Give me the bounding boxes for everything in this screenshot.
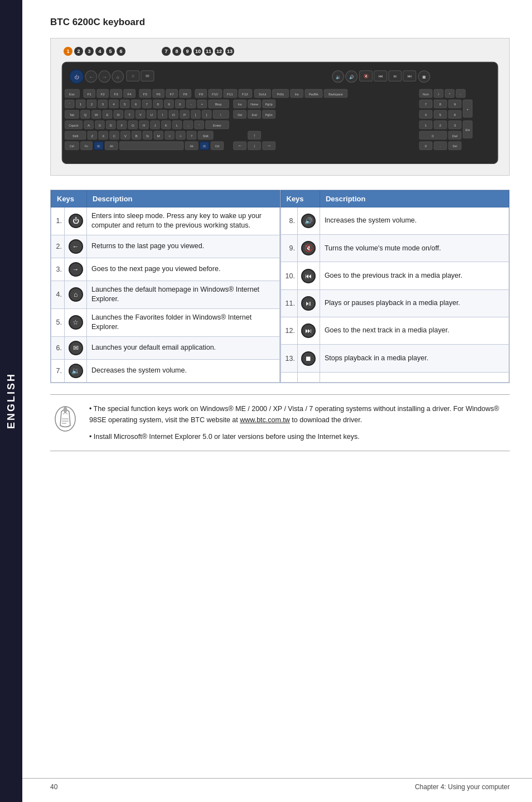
row-num: 1. — [51, 207, 65, 235]
sidebar-label: ENGLISH — [6, 373, 17, 429]
svg-text:0: 0 — [425, 144, 427, 148]
num-badge-13: 13 — [225, 47, 234, 56]
row-num: 10. — [280, 262, 297, 289]
svg-text:F6: F6 — [157, 92, 161, 96]
svg-text:?: ? — [191, 134, 193, 138]
svg-text:🔊: 🔊 — [349, 75, 355, 80]
row-num: 4. — [51, 281, 65, 308]
svg-text:⌂: ⌂ — [117, 74, 119, 80]
svg-text:Backspace: Backspace — [328, 93, 343, 96]
svg-text:B: B — [136, 134, 138, 138]
num-badge-3: 3 — [85, 47, 94, 56]
table-row: 8. 🔊 Increases the system volume. — [280, 207, 509, 234]
page-title: BTC 6200C keyboard — [50, 17, 510, 28]
svg-text:L: L — [176, 123, 178, 127]
svg-text:Shift: Shift — [202, 134, 209, 138]
svg-text:PgUp: PgUp — [265, 103, 273, 106]
svg-text:5: 5 — [124, 102, 126, 106]
table-row: 9. 🔇 Turns the volume's mute mode on/off… — [280, 235, 509, 262]
row-num: 12. — [280, 317, 297, 345]
row-desc: Turns the volume's mute mode on/off. — [320, 235, 509, 262]
svg-text:Del: Del — [238, 113, 242, 117]
svg-text:→: → — [267, 143, 271, 148]
svg-text:Fn: Fn — [85, 144, 88, 148]
row-icon: 🔇 — [297, 235, 320, 262]
footer: 40 Chapter 4: Using your computer — [22, 778, 532, 791]
svg-text:PrtSc: PrtSc — [277, 93, 284, 96]
row-icon: ⏭ — [297, 317, 320, 345]
row-desc: Goes to the previous track in a media pl… — [320, 262, 509, 289]
svg-text:7: 7 — [146, 102, 148, 106]
svg-text:Q: Q — [84, 113, 86, 117]
svg-text:☆: ☆ — [131, 73, 135, 79]
row-icon: ← — [65, 235, 87, 258]
row-desc: Launches your default email application. — [87, 336, 280, 359]
svg-text:Z: Z — [91, 134, 94, 138]
svg-text:<: < — [168, 134, 171, 138]
num-badge-10: 10 — [194, 47, 202, 56]
svg-text:N: N — [146, 134, 149, 138]
note-icon — [53, 403, 81, 436]
svg-text:F5: F5 — [143, 92, 148, 96]
svg-text:🔇: 🔇 — [364, 74, 369, 79]
row-icon: → — [65, 258, 87, 281]
svg-text:F7: F7 — [170, 92, 175, 96]
svg-text:Home: Home — [250, 103, 258, 106]
row-icon: ⏻ — [65, 207, 87, 235]
svg-text:⊞: ⊞ — [97, 144, 100, 148]
row-icon: ⌂ — [65, 281, 87, 308]
svg-text:ScrLk: ScrLk — [259, 93, 267, 96]
keys-table-wrapper: Keys Description 1. ⏻ Enters into sleep … — [50, 190, 510, 383]
table-row: 5. ☆ Launches the Favorites folder in Wi… — [51, 308, 280, 336]
svg-text:0: 0 — [432, 134, 434, 138]
svg-text:4: 4 — [113, 102, 115, 106]
row-icon: 🔊 — [297, 207, 320, 234]
svg-text:↑: ↑ — [253, 133, 255, 138]
svg-text:U: U — [150, 113, 153, 117]
svg-text:9: 9 — [454, 102, 456, 106]
main-content: BTC 6200C keyboard 1 2 3 4 5 6 7 8 9 10 … — [22, 0, 532, 474]
svg-text:3: 3 — [101, 102, 104, 106]
row-icon: ⏮ — [297, 262, 320, 289]
svg-text:Ctrl: Ctrl — [70, 144, 74, 148]
svg-text:M: M — [157, 134, 160, 138]
num-badge-12: 12 — [215, 47, 224, 56]
svg-text:1: 1 — [80, 102, 82, 106]
svg-text:Alt: Alt — [190, 144, 194, 148]
svg-text:CapsLk: CapsLk — [69, 124, 79, 127]
svg-rect-225 — [119, 142, 183, 150]
row-num: 9. — [280, 235, 297, 262]
svg-text:PgDn: PgDn — [265, 113, 273, 117]
svg-text:8: 8 — [157, 102, 159, 106]
row-desc: Plays or pauses playback in a media play… — [320, 289, 509, 317]
svg-text:←: ← — [238, 143, 242, 148]
svg-text:2: 2 — [91, 102, 93, 106]
note-content: • The special function keys work on Wind… — [89, 403, 507, 442]
note-1: • The special function keys work on Wind… — [89, 403, 507, 426]
svg-text:6: 6 — [135, 102, 137, 106]
svg-text:C: C — [113, 134, 116, 138]
svg-text:🔉: 🔉 — [336, 75, 341, 80]
svg-text:Shift: Shift — [72, 134, 79, 138]
svg-text:]: ] — [206, 113, 207, 117]
row-icon: ⏯ — [297, 289, 320, 317]
row-num: 13. — [280, 345, 297, 372]
num-badge-5: 5 — [106, 47, 115, 56]
svg-text:F12: F12 — [242, 92, 248, 96]
svg-text:Ctrl: Ctrl — [215, 144, 219, 148]
svg-text:F8: F8 — [183, 92, 187, 96]
num-badge-9: 9 — [183, 47, 192, 56]
svg-text:3: 3 — [454, 123, 456, 127]
right-header-desc: Description — [320, 190, 509, 207]
row-desc: Goes to the next track in a media player… — [320, 317, 509, 345]
table-row: 7. 🔉 Decreases the system volume. — [51, 359, 280, 382]
num-badge-4: 4 — [95, 47, 104, 56]
svg-text:=: = — [201, 102, 204, 106]
svg-text:D: D — [110, 123, 113, 127]
svg-text:Del: Del — [453, 144, 457, 148]
svg-text:F3: F3 — [114, 92, 118, 96]
svg-text:Alt: Alt — [110, 144, 114, 148]
row-desc: Increases the system volume. — [320, 207, 509, 234]
svg-text:>: > — [180, 134, 182, 138]
svg-text:J: J — [154, 123, 156, 127]
